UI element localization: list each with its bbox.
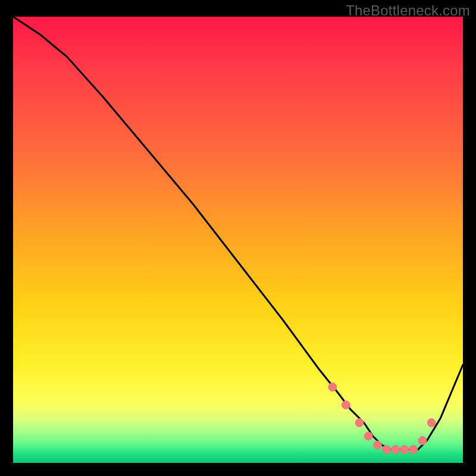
marker-point [392, 446, 400, 454]
watermark-text: TheBottleneck.com [346, 2, 470, 19]
chart-frame: TheBottleneck.com [0, 0, 476, 476]
marker-point [355, 419, 364, 427]
marker-point [364, 432, 372, 440]
plot-area [13, 17, 463, 463]
marker-point [342, 401, 350, 409]
chart-svg [13, 17, 463, 463]
marker-point [427, 419, 436, 427]
marker-point [409, 446, 418, 454]
marker-point [400, 446, 409, 454]
marker-point [328, 383, 337, 392]
marker-point [418, 437, 427, 445]
curve-line [13, 17, 463, 450]
marker-group [328, 383, 436, 454]
marker-point [373, 441, 381, 449]
marker-point [383, 446, 391, 454]
